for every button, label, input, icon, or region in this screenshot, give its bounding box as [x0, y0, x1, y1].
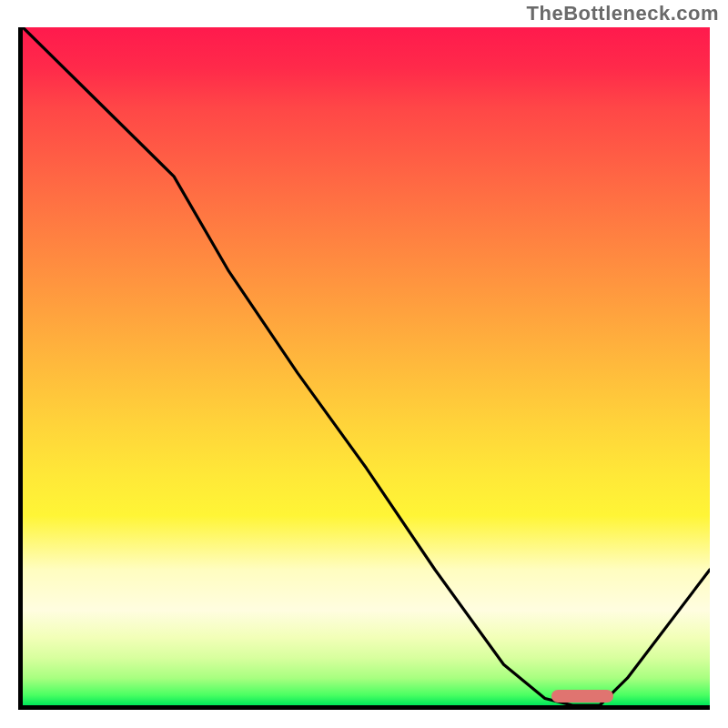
chart-container: TheBottleneck.com [0, 0, 728, 728]
optimal-zone-marker [551, 690, 613, 703]
bottleneck-curve-svg [23, 27, 710, 705]
watermark-text: TheBottleneck.com [527, 2, 719, 25]
chart-axes [18, 27, 710, 710]
bottleneck-curve-path [23, 27, 710, 705]
